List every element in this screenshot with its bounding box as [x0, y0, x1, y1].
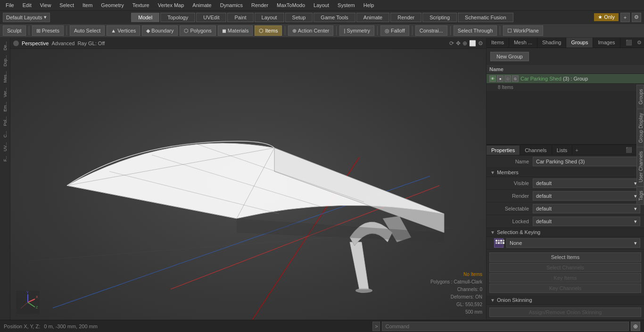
- star-badge[interactable]: ★ Only: [594, 13, 619, 21]
- constraints-btn[interactable]: Constrai...: [415, 25, 447, 36]
- viewport-icon-settings[interactable]: ⚙: [478, 40, 483, 47]
- menu-layout[interactable]: Layout: [310, 1, 333, 9]
- tab-mesh[interactable]: Mesh ...: [509, 38, 537, 48]
- command-search-btn[interactable]: ⊕: [631, 322, 640, 331]
- command-arrow-btn[interactable]: >: [372, 322, 380, 331]
- key-items-btn[interactable]: Key Items: [489, 273, 641, 283]
- layout-settings-btn[interactable]: ⚙: [632, 13, 641, 22]
- command-input[interactable]: [382, 322, 629, 331]
- menu-item[interactable]: Item: [79, 1, 96, 9]
- sidebar-item-4[interactable]: Em...: [2, 100, 8, 113]
- render-select[interactable]: default ▾: [533, 191, 640, 201]
- polygons-btn[interactable]: ⬡ Polygons: [180, 25, 215, 36]
- select-through-btn[interactable]: Select Through: [454, 25, 497, 36]
- sidebar-item-5[interactable]: Pol...: [2, 114, 8, 128]
- menu-edit[interactable]: Edit: [19, 1, 35, 9]
- select-items-btn[interactable]: Select Items: [489, 252, 641, 262]
- layout-tab-game-tools[interactable]: Game Tools: [314, 13, 355, 22]
- tab-groups[interactable]: Groups: [566, 38, 593, 48]
- presets-btn[interactable]: ⊞ Presets: [32, 25, 64, 36]
- menu-texture[interactable]: Texture: [129, 1, 153, 9]
- menu-view[interactable]: View: [36, 1, 55, 9]
- viewport-icon-frame[interactable]: ⬜: [469, 40, 476, 47]
- prop-expand-icon[interactable]: ⬛: [623, 145, 635, 155]
- action-center-btn[interactable]: ⊕ Action Center: [288, 25, 333, 36]
- visible-select[interactable]: default ▾: [533, 178, 640, 188]
- tab-shading[interactable]: Shading: [537, 38, 566, 48]
- sculpt-btn[interactable]: Sculpt: [3, 25, 26, 36]
- selection-keying-section[interactable]: ▼ Selection & Keying: [487, 228, 644, 237]
- layout-tab-uvedit[interactable]: UVEdit: [196, 13, 226, 22]
- menu-render[interactable]: Render: [248, 1, 272, 9]
- add-layout-btn[interactable]: +: [620, 13, 630, 22]
- panel-settings-icon[interactable]: ⚙: [635, 38, 644, 48]
- auto-select-btn[interactable]: Auto Select: [70, 25, 105, 36]
- group-type-icon[interactable]: G: [512, 75, 519, 82]
- vertices-btn[interactable]: ▲ Vertices: [107, 25, 140, 36]
- layout-tab-schematic[interactable]: Schematic Fusion: [458, 13, 513, 22]
- key-channels-btn[interactable]: Key Channels: [489, 283, 641, 293]
- sidebar-item-6[interactable]: C...: [2, 129, 8, 139]
- onion-skinning-section[interactable]: ▼ Onion Skinning: [487, 296, 644, 305]
- materials-btn[interactable]: ◼ Materials: [218, 25, 253, 36]
- selectable-select[interactable]: default ▾: [533, 204, 640, 213]
- items-btn[interactable]: ⬡ Items: [255, 25, 282, 36]
- falloff-btn[interactable]: ◎ Falloff: [380, 25, 409, 36]
- menu-system[interactable]: System: [334, 1, 359, 9]
- keying-none-select[interactable]: None ▾: [506, 238, 640, 248]
- viewport-icon-zoom[interactable]: ⊕: [462, 40, 467, 47]
- group-item[interactable]: 👁 ■ □ G Car Parking Shed (3) : Group: [487, 74, 644, 84]
- viewport-ray-gl[interactable]: Ray GL: Off: [77, 40, 105, 46]
- symmetry-btn[interactable]: | Symmetry: [339, 25, 374, 36]
- menu-geometry[interactable]: Geometry: [97, 1, 127, 9]
- locked-select[interactable]: default ▾: [533, 217, 640, 226]
- menu-animate[interactable]: Animate: [189, 1, 215, 9]
- layout-tab-model[interactable]: Model: [131, 13, 159, 22]
- layout-tab-layout[interactable]: Layout: [255, 13, 284, 22]
- prop-tab-plus[interactable]: +: [572, 146, 581, 155]
- name-input[interactable]: [533, 157, 640, 166]
- tab-images[interactable]: Images: [593, 38, 620, 48]
- viewport-perspective[interactable]: Perspective: [22, 40, 49, 46]
- layout-tab-scripting[interactable]: Scripting: [422, 13, 457, 22]
- prop-tab-properties[interactable]: Properties: [487, 146, 520, 155]
- layout-tab-topology[interactable]: Topology: [160, 13, 195, 22]
- assign-remove-onion-btn[interactable]: Assign/Remove Onion Skinning: [489, 308, 641, 317]
- sidebar-item-8[interactable]: F...: [2, 154, 8, 163]
- keying-icon[interactable]: [494, 238, 504, 248]
- tab-items[interactable]: Items: [487, 38, 509, 48]
- new-group-button[interactable]: New Group: [490, 52, 529, 61]
- layout-dropdown[interactable]: Default Layouts ▾: [3, 13, 50, 22]
- workplane-btn[interactable]: ☐ WorkPlane: [503, 25, 543, 36]
- group-lock-icon[interactable]: □: [504, 75, 511, 82]
- members-section[interactable]: ▼ Members: [487, 168, 644, 177]
- select-channels-btn[interactable]: Select Channels: [489, 263, 641, 272]
- layout-tab-setup[interactable]: Setup: [285, 13, 313, 22]
- menu-dynamics[interactable]: Dynamics: [216, 1, 247, 9]
- right-tab-user-channels[interactable]: User Channels: [636, 147, 644, 186]
- layout-tab-paint[interactable]: Paint: [227, 13, 253, 22]
- layout-tab-animate[interactable]: Animate: [356, 13, 389, 22]
- sidebar-item-3[interactable]: Ver...: [2, 86, 8, 99]
- menu-select[interactable]: Select: [56, 1, 78, 9]
- group-render-icon[interactable]: ■: [497, 75, 504, 82]
- prop-tab-lists[interactable]: Lists: [552, 146, 573, 155]
- layout-tab-render[interactable]: Render: [390, 13, 421, 22]
- right-tab-group-display[interactable]: Group Display: [636, 109, 644, 147]
- viewport-advanced[interactable]: Advanced: [51, 40, 74, 46]
- group-visibility-icon[interactable]: 👁: [489, 75, 496, 82]
- right-tab-groups[interactable]: Groups: [636, 85, 644, 109]
- boundary-btn[interactable]: ◆ Boundary: [142, 25, 178, 36]
- menu-file[interactable]: File: [2, 1, 18, 9]
- panel-expand-icon[interactable]: ⬛: [623, 38, 635, 48]
- sidebar-item-1[interactable]: Dup...: [2, 53, 8, 68]
- menu-vertex-map[interactable]: Vertex Map: [154, 1, 188, 9]
- viewport[interactable]: Perspective Advanced Ray GL: Off ⟳ ✥ ⊕ ⬜…: [10, 38, 486, 320]
- sidebar-item-2[interactable]: Mes...: [2, 69, 8, 85]
- menu-maxtomodo[interactable]: MaxToModo: [273, 1, 309, 9]
- sidebar-item-7[interactable]: UV...: [2, 140, 8, 153]
- prop-tab-channels[interactable]: Channels: [520, 146, 552, 155]
- right-tab-tags[interactable]: Tags: [636, 186, 644, 205]
- sidebar-item-0[interactable]: De...: [2, 40, 8, 52]
- menu-help[interactable]: Help: [360, 1, 378, 9]
